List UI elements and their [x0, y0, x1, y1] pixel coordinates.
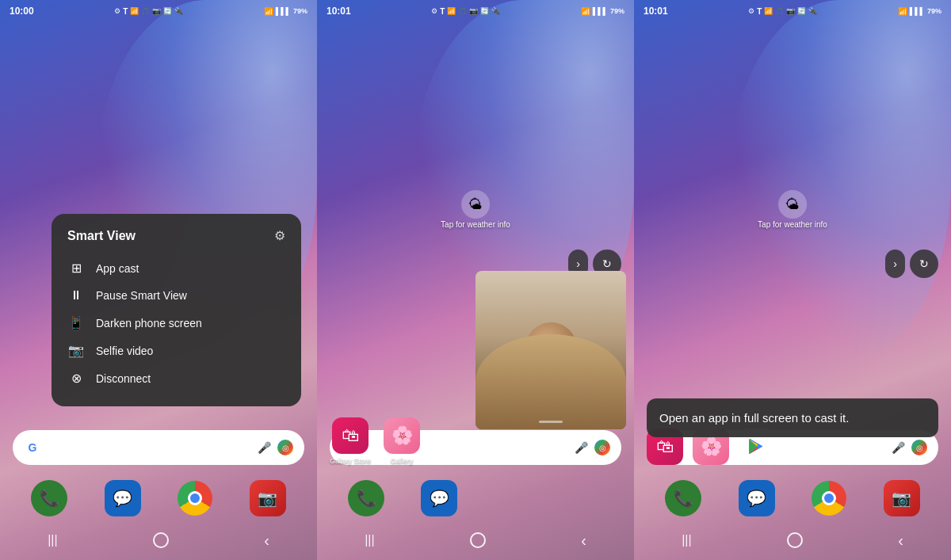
recents-btn-1[interactable]: |||	[48, 533, 57, 547]
status-time-3: 10:01	[644, 6, 668, 17]
home-btn-1[interactable]	[153, 532, 169, 548]
darken-icon: 📱	[67, 315, 85, 330]
signal-bars-1: ▌▌▌	[276, 7, 291, 15]
cast-rotate-btn-3[interactable]: ↻	[910, 250, 938, 278]
weather-widget-2[interactable]: 🌤 Tap for weather info	[441, 190, 510, 229]
phone-app-3[interactable]: 📞	[665, 480, 701, 516]
settings-icon-2: ⚙	[431, 7, 437, 15]
settings-icon-3: ⚙	[748, 7, 754, 15]
lens-icon-1[interactable]: ◎	[277, 440, 293, 455]
signal-icon-3: 📶	[764, 7, 773, 15]
status-icons-1: ⚙ T 📶 🎵 📷 🔄 🔌	[114, 7, 183, 16]
sync-icon-2: 🔄	[480, 7, 489, 15]
menu-item-pause[interactable]: ⏸ Pause Smart View	[67, 282, 285, 309]
messages-app-2[interactable]: 💬	[421, 480, 457, 516]
mic-icon-1[interactable]: 🎤	[258, 441, 271, 454]
settings-icon: ⚙	[114, 7, 120, 15]
pause-label: Pause Smart View	[96, 289, 187, 302]
menu-item-darken[interactable]: 📱 Darken phone screen	[67, 309, 285, 337]
gallery-app-2[interactable]: 🌸 Gallery	[384, 417, 420, 465]
cast-icon-3: ↻	[919, 257, 929, 270]
recents-btn-3[interactable]: |||	[682, 533, 691, 547]
status-bar-3: 10:01 ⚙ T 📶 🎵 📷 🔄 🔌 📶 ▌▌▌ 79%	[634, 0, 951, 22]
drag-handle[interactable]	[539, 421, 563, 423]
lens-icon-2[interactable]: ◎	[594, 440, 610, 455]
lens-icon-3[interactable]: ◎	[911, 440, 927, 455]
forward-icon-2: ›	[576, 257, 580, 270]
sync-icon-3: 🔄	[797, 7, 806, 15]
status-time-2: 10:01	[327, 6, 351, 17]
chrome-inner-3	[822, 491, 836, 505]
usb-icon-2: 🔌	[491, 7, 500, 15]
messages-app-3[interactable]: 💬	[739, 480, 775, 516]
galaxy-store-icon-2: 🛍	[332, 417, 369, 454]
photo-icon-2: 📷	[469, 7, 478, 15]
google-logo-1: G	[24, 439, 41, 456]
search-bar-1[interactable]: G 🎤 ◎	[13, 430, 304, 465]
media-icon: 🎵	[141, 7, 150, 15]
cast-tooltip-text: Open an app in full screen to cast it.	[659, 411, 849, 425]
chrome-app-1[interactable]	[178, 481, 212, 516]
media-icon-3: 🎵	[775, 7, 784, 15]
phone-app-1[interactable]: 📞	[31, 480, 67, 516]
menu-item-app-cast[interactable]: ⊞ App cast	[67, 254, 285, 282]
home-btn-3[interactable]	[787, 532, 803, 548]
sun-cloud-icon-3: 🌤	[785, 196, 800, 213]
chrome-inner-1	[188, 491, 202, 505]
bottom-dock-2: 📞 💬	[317, 480, 634, 516]
status-bar-2: 10:01 ⚙ T 📶 🎵 📷 🔄 🔌 📶 ▌▌▌ 79%	[317, 0, 634, 22]
back-btn-3[interactable]: ‹	[898, 531, 903, 550]
cast-icon-2: ↻	[602, 257, 612, 270]
recents-btn-2[interactable]: |||	[365, 533, 374, 547]
menu-item-selfie[interactable]: 📷 Selfie video	[67, 337, 285, 364]
status-bar-1: 10:00 ⚙ T 📶 🎵 📷 🔄 🔌 📶 ▌▌▌ 79%	[0, 0, 317, 22]
battery-1: 79%	[293, 7, 307, 15]
camera-app-3[interactable]: 📷	[884, 480, 920, 516]
weather-label-3: Tap for weather info	[758, 220, 827, 229]
status-time-1: 10:00	[10, 6, 34, 17]
gallery-icon-2: 🌸	[384, 417, 420, 454]
phone-panel-1: 10:00 ⚙ T 📶 🎵 📷 🔄 🔌 📶 ▌▌▌ 79% Smart View…	[0, 0, 317, 560]
galaxy-store-app-2[interactable]: 🛍 Galaxy Store	[330, 417, 371, 465]
signal-bars-2: ▌▌▌	[593, 7, 608, 15]
usb-icon: 🔌	[174, 7, 183, 15]
app-row-2: 🛍 Galaxy Store 🌸 Gallery	[330, 417, 420, 465]
app-cast-label: App cast	[96, 262, 139, 275]
phone-panel-2: 10:01 ⚙ T 📶 🎵 📷 🔄 🔌 📶 ▌▌▌ 79% 🌤 Tap for …	[317, 0, 634, 560]
weather-widget-3[interactable]: 🌤 Tap for weather info	[758, 190, 827, 229]
cast-tooltip: Open an app in full screen to cast it.	[647, 398, 938, 437]
home-btn-2[interactable]	[470, 532, 486, 548]
back-btn-2[interactable]: ‹	[581, 531, 586, 550]
smart-view-popup: Smart View ⚙ ⊞ App cast ⏸ Pause Smart Vi…	[52, 214, 301, 406]
chrome-app-3[interactable]	[812, 481, 846, 516]
photo-icon-3: 📷	[786, 7, 795, 15]
back-btn-1[interactable]: ‹	[264, 531, 269, 550]
popup-title: Smart View	[67, 229, 136, 243]
messages-app-1[interactable]: 💬	[105, 480, 141, 516]
selfie-label: Selfie video	[96, 345, 153, 357]
bottom-dock-3: 📞 💬 📷	[634, 480, 951, 516]
status-icons-2: ⚙ T 📶 🎵 📷 🔄 🔌	[431, 7, 500, 16]
status-right-3: 📶 ▌▌▌ 79%	[898, 7, 941, 16]
signal-icon: 📶	[130, 7, 139, 15]
camera-app-1[interactable]: 📷	[250, 480, 286, 516]
nav-bar-2: ||| ‹	[317, 520, 634, 560]
forward-btn-3[interactable]: ›	[885, 250, 905, 278]
nav-bar-1: ||| ‹	[0, 520, 317, 560]
wifi-icon-1: 📶	[264, 7, 273, 16]
selfie-icon: 📷	[67, 343, 85, 358]
gallery-label-2: Gallery	[391, 457, 414, 465]
bottom-dock-1: 📞 💬 📷	[0, 480, 317, 516]
wifi-icon-3: 📶	[898, 7, 907, 16]
forward-icon-3: ›	[893, 257, 897, 270]
mic-icon-3[interactable]: 🎤	[892, 441, 905, 454]
mic-icon-2[interactable]: 🎤	[575, 441, 588, 454]
nav-bar-3: ||| ‹	[634, 520, 951, 560]
galaxy-store-label-2: Galaxy Store	[330, 457, 371, 465]
cast-btn-area-3: › ↻	[885, 250, 938, 278]
disconnect-icon: ⊗	[67, 371, 85, 386]
phone-app-2[interactable]: 📞	[348, 480, 384, 516]
menu-item-disconnect[interactable]: ⊗ Disconnect	[67, 364, 285, 392]
sun-cloud-icon-2: 🌤	[468, 196, 483, 213]
gear-icon[interactable]: ⚙	[274, 228, 285, 243]
